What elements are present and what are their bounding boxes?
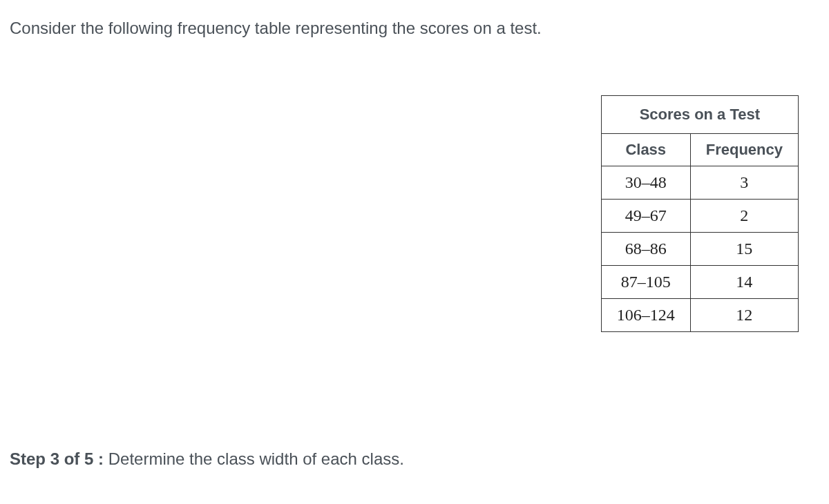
table-title: Scores on a Test: [601, 95, 798, 133]
cell-class: 49–67: [601, 199, 690, 232]
step-instruction: Step 3 of 5 : Determine the class width …: [10, 449, 819, 469]
table-row: 30–48 3: [601, 166, 798, 199]
intro-text: Consider the following frequency table r…: [10, 17, 819, 40]
cell-class: 106–124: [601, 298, 690, 331]
cell-class: 87–105: [601, 265, 690, 298]
table-row: 49–67 2: [601, 199, 798, 232]
cell-frequency: 2: [690, 199, 798, 232]
frequency-table: Scores on a Test Class Frequency 30–48 3…: [601, 95, 799, 332]
cell-class: 68–86: [601, 232, 690, 265]
step-text: Determine the class width of each class.: [104, 449, 404, 468]
column-header-class: Class: [601, 133, 690, 166]
table-row: 106–124 12: [601, 298, 798, 331]
cell-class: 30–48: [601, 166, 690, 199]
table-container: Scores on a Test Class Frequency 30–48 3…: [10, 95, 819, 332]
cell-frequency: 15: [690, 232, 798, 265]
cell-frequency: 14: [690, 265, 798, 298]
step-number: Step 3 of 5 :: [10, 449, 104, 468]
table-row: 68–86 15: [601, 232, 798, 265]
cell-frequency: 12: [690, 298, 798, 331]
column-header-frequency: Frequency: [690, 133, 798, 166]
cell-frequency: 3: [690, 166, 798, 199]
table-row: 87–105 14: [601, 265, 798, 298]
